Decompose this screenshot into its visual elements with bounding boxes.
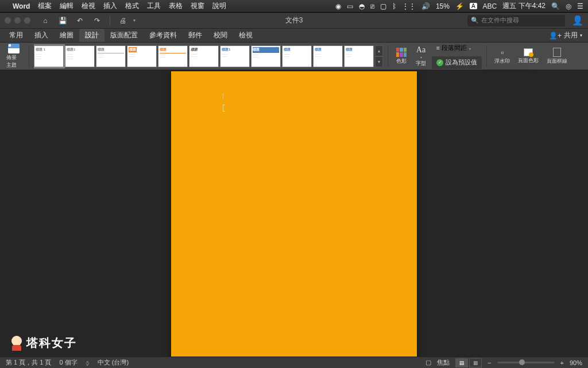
line-icon[interactable]: ◓ <box>359 2 365 10</box>
undo-button[interactable]: ↶ <box>73 15 87 26</box>
style-set-thumb[interactable]: 標題1─────────────── <box>65 45 95 67</box>
menu-file[interactable]: 檔案 <box>38 1 52 11</box>
language-status[interactable]: 中文 (台灣) <box>98 358 129 367</box>
spotlight-icon[interactable]: 🔍 <box>551 2 560 10</box>
screen-mirror-icon[interactable]: ⎚ <box>370 2 374 10</box>
zoom-level[interactable]: 90% <box>570 359 582 366</box>
style-set-thumb[interactable]: 標題1────────── <box>220 45 250 67</box>
colors-button[interactable]: 色彩 <box>393 44 410 69</box>
style-set-thumb[interactable]: 標題────────── <box>251 45 281 67</box>
status-icon[interactable]: ▭ <box>347 2 353 10</box>
app-menu[interactable]: Word <box>13 2 30 10</box>
clock[interactable]: 週五 下午4:42 <box>502 1 546 11</box>
tab-layout[interactable]: 版面配置 <box>105 29 144 42</box>
menu-edit[interactable]: 編輯 <box>60 1 74 11</box>
view-switcher[interactable]: ▤ ▦ <box>455 358 482 367</box>
tab-references[interactable]: 參考資料 <box>144 29 183 42</box>
gallery-scroll[interactable]: ▴▾ <box>375 45 383 67</box>
web-layout-view-icon[interactable]: ▦ <box>469 358 482 367</box>
style-set-thumb[interactable]: 標題────────── <box>344 45 374 67</box>
tab-insert[interactable]: 插入 <box>29 29 54 42</box>
style-set-thumb[interactable]: 標題────────── <box>189 45 219 67</box>
save-button[interactable]: 💾 <box>56 15 69 26</box>
spellcheck-icon[interactable]: ⎀ <box>86 359 90 366</box>
fonts-button[interactable]: Aa ▾ 字型 <box>412 44 430 69</box>
battery-icon[interactable]: ⚡ <box>455 2 464 10</box>
share-button[interactable]: 👤+ 共用 ▾ <box>543 29 588 42</box>
volume-icon[interactable]: 🔊 <box>421 2 430 10</box>
print-button[interactable]: 🖨 <box>116 15 130 26</box>
zoom-thumb[interactable] <box>519 359 525 365</box>
chevron-down-icon: ▾ <box>580 33 582 38</box>
tab-draw[interactable]: 繪圖 <box>54 29 79 42</box>
set-as-default-button[interactable]: ✓ 設為預設值 <box>432 56 482 69</box>
paragraph-spacing-button[interactable]: ≡ 段落間距 ▾ <box>432 44 482 56</box>
bluetooth-icon[interactable]: ᛒ <box>392 2 396 10</box>
input-source-badge[interactable]: A <box>470 3 477 9</box>
themes-button[interactable]: 佈景主題 <box>3 44 24 69</box>
tab-home[interactable]: 常用 <box>3 29 29 42</box>
watermark-icon: ▫ <box>501 48 504 57</box>
search-icon: 🔍 <box>471 17 479 24</box>
style-set-thumb[interactable]: 標題────────── <box>282 45 312 67</box>
minimize-window-icon[interactable] <box>14 17 21 24</box>
themes-label: 佈景主題 <box>6 54 21 69</box>
close-window-icon[interactable] <box>5 17 11 24</box>
style-set-thumb[interactable]: 標題 1─────────────── <box>34 45 64 67</box>
page-color-button[interactable]: 頁面色彩 <box>515 44 541 69</box>
zoom-slider[interactable] <box>497 362 555 363</box>
focus-mode-label[interactable]: 焦點 <box>437 358 450 367</box>
chevron-down-icon[interactable]: ▾ <box>375 56 383 67</box>
style-set-thumb[interactable]: 標題────────── <box>127 45 157 67</box>
input-source-label[interactable]: ABC <box>483 2 497 10</box>
document-formatting-gallery[interactable]: 標題 1─────────────── 標題1─────────────── 標… <box>34 44 383 68</box>
divider <box>29 45 29 67</box>
check-icon: ✓ <box>436 59 443 66</box>
zoom-in-button[interactable]: + <box>560 359 564 366</box>
wifi-icon[interactable]: ⋮⋮ <box>402 2 416 10</box>
page-borders-button[interactable]: 頁面框線 <box>544 44 570 69</box>
watermark-button[interactable]: ▫ 浮水印 <box>492 44 513 69</box>
zoom-out-button[interactable]: − <box>488 359 491 366</box>
menu-tools[interactable]: 工具 <box>147 1 161 11</box>
watermark-label: 浮水印 <box>494 57 510 65</box>
display-icon[interactable]: ▢ <box>380 2 386 10</box>
page-count[interactable]: 第 1 頁，共 1 頁 <box>6 358 51 367</box>
home-button[interactable]: ⌂ <box>38 15 52 26</box>
style-set-thumb[interactable]: 標題────────── <box>96 45 126 67</box>
document-page[interactable] <box>171 71 417 356</box>
print-layout-view-icon[interactable]: ▤ <box>455 358 468 367</box>
menu-window[interactable]: 視窗 <box>191 1 204 11</box>
tab-view[interactable]: 檢視 <box>233 29 258 42</box>
style-set-thumb[interactable]: 標題────────── <box>158 45 188 67</box>
menu-insert[interactable]: 插入 <box>103 1 117 11</box>
themes-icon <box>8 44 20 53</box>
redo-button[interactable]: ↷ <box>90 15 104 26</box>
chevron-up-icon[interactable]: ▴ <box>375 45 383 56</box>
style-set-thumb[interactable]: 標題────────── <box>313 45 343 67</box>
menu-view[interactable]: 檢視 <box>82 1 95 11</box>
battery-percent[interactable]: 15% <box>436 2 450 10</box>
set-default-label: 設為預設值 <box>446 58 477 67</box>
menu-format[interactable]: 格式 <box>125 1 139 11</box>
document-area[interactable] <box>0 70 588 356</box>
focus-mode-icon[interactable]: ▢ <box>425 359 431 366</box>
tab-mailings[interactable]: 郵件 <box>183 29 208 42</box>
menu-help[interactable]: 說明 <box>212 1 226 11</box>
search-input[interactable]: 🔍 在文件中搜尋 <box>467 15 565 26</box>
menu-table[interactable]: 表格 <box>169 1 183 11</box>
page-borders-icon <box>553 48 561 57</box>
divider <box>388 45 388 67</box>
window-controls[interactable] <box>5 17 30 24</box>
tab-review[interactable]: 校閱 <box>208 29 233 42</box>
user-account-icon[interactable]: 👤 <box>572 15 583 26</box>
siri-icon[interactable]: ◎ <box>566 2 571 10</box>
status-icon[interactable]: ◉ <box>335 2 341 10</box>
dropdown-caret-icon[interactable]: ▾ <box>133 18 136 23</box>
fullscreen-window-icon[interactable] <box>24 17 30 24</box>
tab-design[interactable]: 設計 <box>79 29 105 42</box>
text-cursor <box>223 105 225 112</box>
word-count[interactable]: 0 個字 <box>59 358 77 367</box>
control-center-icon[interactable]: ☰ <box>577 2 583 10</box>
share-label: 共用 <box>564 30 578 40</box>
